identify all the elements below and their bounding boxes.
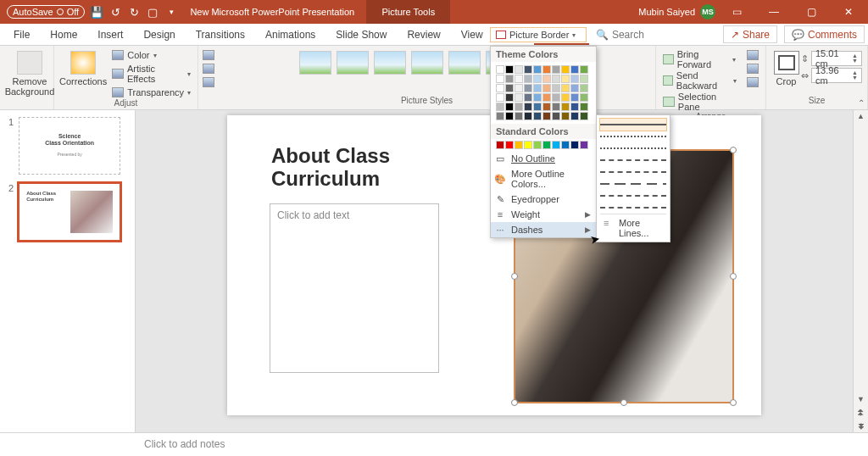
style-thumb[interactable] <box>448 51 481 75</box>
notes-pane[interactable]: Click to add notes <box>0 432 868 456</box>
theme-color-swatch[interactable] <box>561 84 570 92</box>
theme-color-swatch[interactable] <box>505 84 514 92</box>
theme-color-swatch[interactable] <box>524 75 532 83</box>
theme-color-swatch[interactable] <box>570 65 579 74</box>
theme-color-swatch[interactable] <box>505 93 514 102</box>
theme-color-swatch[interactable] <box>552 84 560 92</box>
theme-color-swatch[interactable] <box>515 65 523 74</box>
theme-color-swatch[interactable] <box>552 112 560 120</box>
slide-thumbnail-1[interactable]: Science Class Orientation Presented by <box>19 117 120 175</box>
theme-color-swatch[interactable] <box>552 65 560 74</box>
theme-color-swatch[interactable] <box>561 112 570 120</box>
theme-color-swatch[interactable] <box>533 65 542 74</box>
selection-pane-button[interactable]: Selection Pane <box>661 92 742 112</box>
content-placeholder[interactable]: Click to add text <box>270 203 439 373</box>
contextual-tab-picture-tools[interactable]: Picture Tools <box>366 0 450 24</box>
theme-color-swatch[interactable] <box>580 84 588 92</box>
theme-color-swatch[interactable] <box>570 93 579 102</box>
group-button[interactable] <box>745 63 760 75</box>
dash-solid[interactable] <box>600 119 666 131</box>
tab-slideshow[interactable]: Slide Show <box>326 24 397 45</box>
dash-dash-dot[interactable] <box>600 166 666 178</box>
standard-color-swatch[interactable] <box>515 141 523 149</box>
theme-color-swatch[interactable] <box>580 112 588 120</box>
theme-color-swatch[interactable] <box>552 93 560 102</box>
collapse-ribbon-button[interactable]: ⌃ <box>858 98 865 108</box>
save-icon[interactable]: 💾 <box>90 5 103 19</box>
remove-background-button[interactable]: Remove Background <box>5 47 54 97</box>
eyedropper-item[interactable]: ✎Eyedropper <box>491 192 596 207</box>
theme-color-swatch[interactable] <box>570 112 579 120</box>
user-name[interactable]: Mubin Saiyed <box>638 7 695 17</box>
comments-button[interactable]: 💬Comments <box>784 25 865 43</box>
prev-slide-icon[interactable]: ⯭ <box>854 409 868 417</box>
theme-color-swatch[interactable] <box>505 112 514 120</box>
theme-color-swatch[interactable] <box>505 75 514 83</box>
minimize-button[interactable]: — <box>758 0 790 24</box>
tab-animations[interactable]: Animations <box>255 24 326 45</box>
undo-icon[interactable]: ↺ <box>108 5 122 19</box>
theme-color-swatch[interactable] <box>570 84 579 92</box>
theme-color-swatch[interactable] <box>505 65 514 74</box>
style-thumb[interactable] <box>374 51 406 75</box>
corrections-button[interactable]: Corrections <box>59 47 107 86</box>
theme-color-swatch[interactable] <box>524 103 532 111</box>
theme-color-swatch[interactable] <box>561 75 570 83</box>
redo-icon[interactable]: ↻ <box>127 5 141 19</box>
crop-button[interactable]: Crop <box>771 47 801 86</box>
height-input[interactable]: 15.01 cm▲▼ <box>811 51 862 66</box>
color-button[interactable]: Color▾ <box>110 49 198 61</box>
standard-color-swatch[interactable] <box>580 141 588 149</box>
theme-color-swatch[interactable] <box>533 93 542 102</box>
theme-color-swatch[interactable] <box>515 75 523 83</box>
tab-home[interactable]: Home <box>40 24 87 45</box>
slide-title[interactable]: About Class Curriculum <box>271 144 390 190</box>
standard-color-swatch[interactable] <box>561 141 570 149</box>
theme-color-swatch[interactable] <box>515 84 523 92</box>
dash-dash[interactable] <box>600 154 666 166</box>
theme-color-swatch[interactable] <box>505 103 514 111</box>
theme-color-swatch[interactable] <box>542 112 551 120</box>
send-backward-button[interactable]: Send Backward▾ <box>661 70 742 91</box>
dash-long-dash[interactable] <box>600 178 666 190</box>
theme-color-swatch[interactable] <box>496 65 504 74</box>
theme-color-swatch[interactable] <box>580 65 588 74</box>
theme-color-swatch[interactable] <box>561 65 570 74</box>
theme-color-swatch[interactable] <box>561 93 570 102</box>
theme-color-swatch[interactable] <box>496 103 504 111</box>
tab-insert[interactable]: Insert <box>87 24 133 45</box>
more-lines-item[interactable]: More Lines... <box>600 214 666 242</box>
style-thumb[interactable] <box>299 51 331 75</box>
slide-thumbnails-pane[interactable]: 1 Science Class Orientation Presented by… <box>0 110 136 432</box>
vertical-scrollbar[interactable]: ▲ ▼ ⯭ ⯯ <box>853 110 868 432</box>
style-thumb[interactable] <box>411 51 443 75</box>
no-outline-item[interactable]: ▭No Outline <box>491 151 596 166</box>
theme-color-swatch[interactable] <box>533 112 542 120</box>
ribbon-options-icon[interactable]: ▭ <box>721 0 753 24</box>
theme-color-swatch[interactable] <box>524 112 532 120</box>
tab-file[interactable]: File <box>3 24 40 45</box>
width-input[interactable]: 13.96 cm▲▼ <box>811 68 862 83</box>
style-thumb[interactable] <box>337 51 369 75</box>
theme-color-swatch[interactable] <box>542 84 551 92</box>
align-button[interactable] <box>745 49 760 61</box>
theme-color-swatch[interactable] <box>515 103 523 111</box>
theme-color-swatch[interactable] <box>496 93 504 102</box>
slide-thumbnail-2[interactable]: About Class Curriculum <box>19 183 120 241</box>
rotate-button[interactable] <box>745 76 760 88</box>
theme-color-swatch[interactable] <box>542 93 551 102</box>
theme-color-swatch[interactable] <box>515 112 523 120</box>
theme-color-swatch[interactable] <box>496 84 504 92</box>
theme-color-swatch[interactable] <box>524 84 532 92</box>
theme-color-swatch[interactable] <box>552 103 560 111</box>
theme-color-swatch[interactable] <box>524 93 532 102</box>
standard-color-swatch[interactable] <box>552 141 560 149</box>
standard-color-swatch[interactable] <box>542 141 551 149</box>
standard-color-swatch[interactable] <box>505 141 514 149</box>
theme-color-swatch[interactable] <box>533 103 542 111</box>
tab-review[interactable]: Review <box>397 24 450 45</box>
user-avatar[interactable]: MS <box>700 4 715 19</box>
qat-more-icon[interactable]: ▾ <box>164 5 178 19</box>
picture-border-button[interactable]: Picture Border▾ <box>490 27 587 42</box>
theme-color-swatch[interactable] <box>552 75 560 83</box>
